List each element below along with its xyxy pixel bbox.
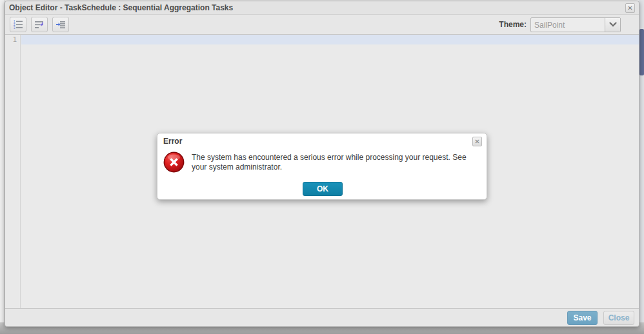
error-dialog: Error ✕ The system has encountered a ser…	[157, 133, 487, 200]
theme-label: Theme:	[499, 20, 527, 29]
editor-line-gutter: 1	[5, 35, 21, 308]
auto-indent-button[interactable]	[52, 17, 69, 32]
window-footer: Save Close	[5, 309, 639, 326]
editor-active-line	[21, 35, 639, 44]
save-button[interactable]: Save	[567, 311, 598, 325]
theme-combobox-value[interactable]: SailPoint	[531, 18, 605, 32]
line-wrap-icon	[34, 19, 45, 30]
svg-text:3: 3	[14, 26, 15, 30]
line-wrap-button[interactable]	[31, 17, 48, 32]
close-icon: ✕	[627, 5, 632, 12]
auto-indent-icon	[55, 19, 66, 30]
error-icon	[163, 152, 185, 173]
window-titlebar: Object Editor - TaskSchedule : Sequentia…	[5, 1, 639, 15]
error-message: The system has encountered a serious err…	[192, 153, 473, 172]
ok-button[interactable]: OK	[303, 182, 343, 196]
error-dialog-title: Error	[163, 137, 472, 146]
error-dialog-header: Error ✕	[157, 133, 487, 149]
editor-toolbar: 1 2 3	[5, 15, 639, 34]
page-scrollbar-thumb[interactable]	[639, 29, 644, 75]
window-close-button[interactable]: ✕	[625, 3, 635, 13]
line-number: 1	[12, 35, 17, 44]
error-dialog-close-button[interactable]: ✕	[472, 137, 482, 146]
line-numbers-icon: 1 2 3	[13, 19, 23, 30]
line-numbers-button[interactable]: 1 2 3	[10, 17, 26, 32]
chevron-down-icon	[609, 22, 617, 27]
close-icon: ✕	[474, 138, 479, 145]
background-page-left	[0, 0, 5, 322]
close-button[interactable]: Close	[603, 311, 634, 325]
window-title: Object Editor - TaskSchedule : Sequentia…	[9, 3, 625, 12]
theme-combobox[interactable]: SailPoint	[530, 17, 621, 32]
theme-combobox-trigger[interactable]	[605, 18, 620, 32]
